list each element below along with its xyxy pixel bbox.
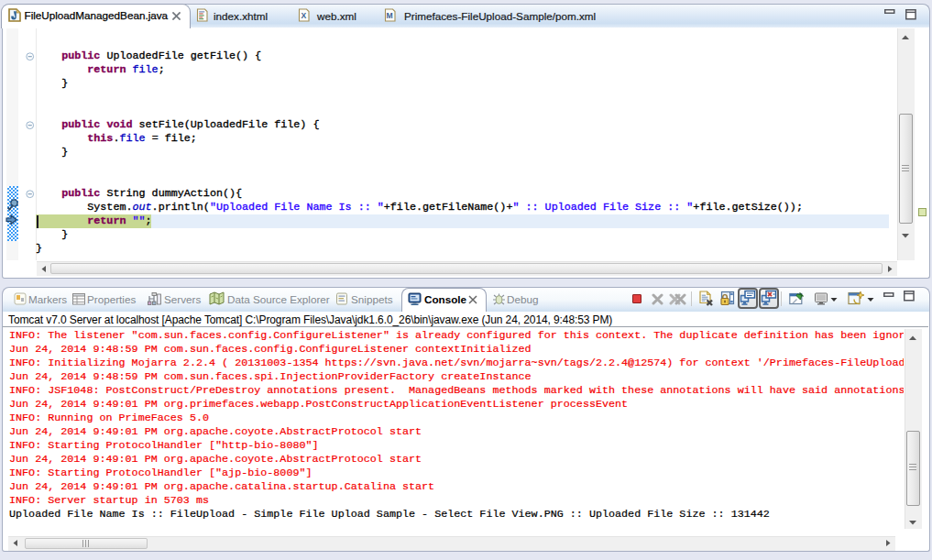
svg-text:M: M <box>387 11 393 20</box>
svg-text:X: X <box>301 11 306 20</box>
